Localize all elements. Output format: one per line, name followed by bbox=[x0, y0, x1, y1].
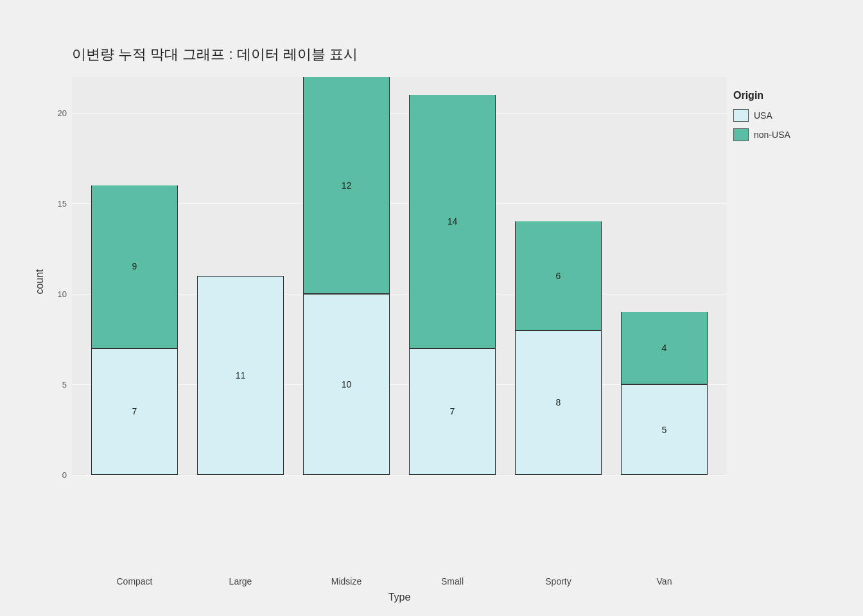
chart-container: 이변량 누적 막대 그래프 : 데이터 레이블 표시 count 0510152… bbox=[21, 19, 842, 597]
grid-line bbox=[72, 475, 727, 475]
bar-stack: 54 bbox=[621, 312, 708, 475]
legend-label-usa: USA bbox=[754, 110, 772, 121]
bar-segment-nonusa: 6 bbox=[515, 221, 602, 330]
y-tick-label: 5 bbox=[62, 380, 67, 389]
y-axis-label: count bbox=[34, 269, 46, 294]
plot-inner: 791110127148654 bbox=[72, 77, 727, 475]
bar-label-nonusa: 9 bbox=[132, 261, 137, 271]
bar-stack: 1012 bbox=[303, 77, 390, 475]
bar-segment-nonusa: 14 bbox=[409, 95, 496, 348]
x-label-midsize: Midsize bbox=[303, 576, 390, 586]
bar-group-van: 54 bbox=[621, 312, 708, 475]
x-label-large: Large bbox=[197, 576, 284, 586]
bar-segment-usa: 11 bbox=[197, 276, 284, 475]
legend-item-nonusa: non-USA bbox=[733, 128, 790, 141]
legend-label-nonusa: non-USA bbox=[754, 130, 790, 140]
bar-label-nonusa: 6 bbox=[556, 271, 561, 281]
bar-label-usa: 8 bbox=[556, 397, 561, 407]
bars-container: 791110127148654 bbox=[72, 77, 727, 475]
x-label-small: Small bbox=[409, 576, 496, 586]
legend: Origin USA non-USA bbox=[727, 77, 830, 603]
bar-label-usa: 10 bbox=[342, 379, 352, 389]
x-axis-title: Type bbox=[72, 592, 727, 603]
x-label-sporty: Sporty bbox=[515, 576, 602, 586]
bar-segment-usa: 8 bbox=[515, 330, 602, 475]
bar-group-compact: 79 bbox=[91, 185, 178, 475]
bar-label-usa: 5 bbox=[662, 425, 667, 435]
legend-swatch-nonusa bbox=[733, 128, 749, 141]
plot-with-axes: count 05101520 791110127148654 bbox=[33, 77, 727, 573]
plot-area: count 05101520 791110127148654 CompactLa… bbox=[33, 77, 727, 603]
bar-group-small: 714 bbox=[409, 95, 496, 475]
bar-stack: 11 bbox=[197, 276, 284, 475]
x-label-compact: Compact bbox=[91, 576, 178, 586]
bar-label-nonusa: 12 bbox=[342, 180, 352, 191]
y-axis: count 05101520 bbox=[33, 77, 72, 475]
bar-stack: 86 bbox=[515, 221, 602, 475]
bar-segment-nonusa: 4 bbox=[621, 312, 708, 384]
bar-segment-usa: 7 bbox=[409, 348, 496, 475]
y-tick-label: 15 bbox=[58, 199, 67, 209]
y-tick-label: 10 bbox=[58, 289, 67, 299]
legend-swatch-usa bbox=[733, 109, 749, 122]
bar-stack: 79 bbox=[91, 185, 178, 475]
bar-stack: 714 bbox=[409, 95, 496, 475]
bar-label-usa: 7 bbox=[450, 406, 455, 416]
chart-title: 이변량 누적 막대 그래프 : 데이터 레이블 표시 bbox=[72, 45, 830, 64]
x-axis: CompactLargeMidsizeSmallSportyVan bbox=[72, 576, 727, 586]
bar-segment-usa: 7 bbox=[91, 348, 178, 475]
bar-segment-nonusa: 12 bbox=[303, 77, 390, 294]
bar-segment-usa: 5 bbox=[621, 384, 708, 475]
bar-group-sporty: 86 bbox=[515, 221, 602, 475]
bar-label-usa: 11 bbox=[236, 370, 246, 381]
x-label-van: Van bbox=[621, 576, 708, 586]
bar-group-midsize: 1012 bbox=[303, 77, 390, 475]
y-tick-label: 0 bbox=[62, 470, 67, 480]
legend-item-usa: USA bbox=[733, 109, 772, 122]
y-tick-label: 20 bbox=[58, 108, 67, 118]
bar-label-usa: 7 bbox=[132, 406, 137, 416]
bar-label-nonusa: 4 bbox=[662, 343, 667, 353]
chart-area: count 05101520 791110127148654 CompactLa… bbox=[33, 77, 830, 603]
legend-title: Origin bbox=[733, 90, 763, 101]
bar-group-large: 11 bbox=[197, 276, 284, 475]
bar-label-nonusa: 14 bbox=[448, 216, 458, 227]
bar-segment-usa: 10 bbox=[303, 294, 390, 475]
bar-segment-nonusa: 9 bbox=[91, 185, 178, 348]
